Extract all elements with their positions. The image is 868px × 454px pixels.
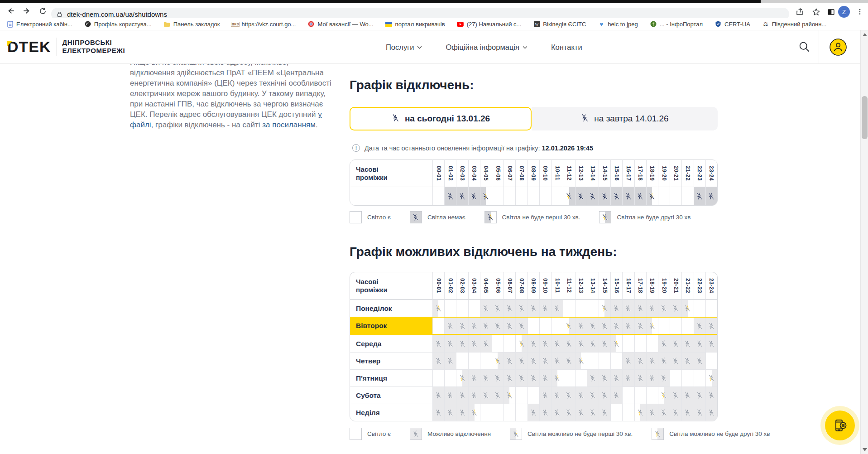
main-nav: ПослугиОфіційна інформаціяКонтакти — [386, 30, 582, 64]
power-off-icon — [648, 357, 656, 365]
bookmark-item[interactable]: ... - ІнфоПортал — [650, 20, 703, 28]
power-off-icon — [696, 391, 704, 399]
schedule-cell — [634, 387, 646, 404]
dtek-logo[interactable]: DTEK ДНІПРОВСЬКІ ЕЛЕКТРОМЕРЕЖІ — [7, 38, 125, 56]
nav-item-послуги[interactable]: Послуги — [386, 43, 422, 52]
power-off-icon — [660, 409, 668, 416]
hour-header-cell: 17-18 — [634, 272, 646, 299]
power-off-icon — [518, 322, 526, 330]
bookmark-item[interactable]: Мої вакансії — Wo... — [307, 20, 373, 28]
schedule-cell — [670, 335, 681, 352]
schedule-cell — [575, 300, 587, 317]
side-panel-icon[interactable] — [825, 6, 837, 18]
power-off-icon — [696, 322, 704, 330]
page-scrollbar[interactable] — [860, 30, 868, 454]
bookmark-item[interactable]: Панель закладок — [163, 20, 220, 28]
browser-toolbar: dtek-dnem.com.ua/ua/shutdowns Z — [0, 3, 868, 18]
schedule-cell — [694, 404, 705, 421]
bookmarks-bar: Електронний кабін...Профіль користува...… — [0, 18, 868, 30]
bookmark-item[interactable]: Електронний кабін... — [6, 20, 72, 28]
schedule-cell — [694, 335, 705, 352]
schedule-cell — [575, 404, 587, 421]
bookmark-item[interactable]: CERT-UA — [715, 20, 750, 28]
schedule-cell — [528, 353, 539, 369]
browser-avatar[interactable]: Z — [838, 6, 850, 18]
bookmark-item[interactable]: Профіль користува... — [84, 20, 152, 28]
schedule-cell — [610, 300, 622, 317]
power-off-icon — [696, 409, 704, 416]
schedule-cell — [610, 404, 622, 421]
time-intervals-label: Часовіпроміжки — [350, 160, 432, 187]
menu-dots-icon[interactable] — [854, 6, 866, 18]
hour-header-cell: 04-05 — [480, 160, 492, 187]
bookmark-item[interactable]: WВікіпедія ЄСІТС — [533, 20, 586, 28]
wikipedia-icon: W — [533, 20, 540, 28]
text-link[interactable]: за посиланням — [262, 121, 316, 129]
chat-fab-button[interactable] — [825, 411, 855, 440]
schedule-cell — [456, 187, 468, 205]
hour-header-cell: 13-14 — [587, 160, 599, 187]
schedule-cell — [681, 300, 693, 317]
off-second-30-icon — [459, 374, 466, 382]
power-off-icon — [565, 391, 573, 399]
schedule-cell — [599, 404, 610, 421]
schedule-cell — [599, 318, 610, 334]
hour-header-cell: 21-22 — [681, 272, 693, 299]
schedule-cell — [468, 404, 480, 421]
hour-header-cell: 03-04 — [468, 272, 480, 299]
day-label: Субота — [350, 387, 432, 404]
scrollbar-thumb[interactable] — [862, 96, 868, 139]
schedule-cell — [694, 187, 705, 205]
share-icon[interactable] — [794, 6, 806, 18]
bookmark-item[interactable]: ⚖Південний районн... — [762, 20, 826, 28]
hour-header-cell: 00-01 — [432, 272, 444, 299]
hour-header-cell: 23-24 — [705, 272, 717, 299]
schedule-cell — [610, 318, 622, 334]
schedule-cell — [480, 404, 492, 421]
power-off-icon — [459, 391, 466, 399]
legend-swatch — [410, 211, 422, 223]
user-avatar-icon[interactable] — [830, 39, 847, 56]
lock-icon — [57, 11, 62, 17]
schedule-cell — [539, 404, 551, 421]
schedule-cell — [599, 370, 610, 386]
day-row-Субота: Субота — [350, 386, 717, 404]
schedule-cell — [563, 404, 575, 421]
day-row-Четвер: Четвер — [350, 352, 717, 369]
day-row-Неділя: Неділя — [350, 404, 717, 421]
off-second-30-icon — [565, 192, 573, 200]
search-icon[interactable] — [798, 40, 811, 54]
hour-header-cell: 02-03 — [456, 160, 468, 187]
tab-tomorrow[interactable]: на завтра 14.01.26 — [532, 107, 718, 130]
hour-header-cell: 07-08 — [515, 272, 527, 299]
schedule-cell — [480, 187, 492, 205]
schedule-cell — [492, 300, 504, 317]
hour-header-cell: 18-19 — [646, 272, 658, 299]
off-second-30-icon — [601, 213, 609, 221]
scroll-down-icon[interactable] — [863, 448, 867, 451]
scroll-up-icon[interactable] — [863, 33, 867, 36]
schedule-cell — [681, 404, 693, 421]
power-off-icon — [446, 340, 454, 348]
power-off-icon — [589, 192, 597, 200]
schedule-cell — [670, 353, 681, 369]
bookmark-item[interactable]: ♥heic to jpeg — [598, 20, 638, 28]
forward-icon[interactable] — [20, 5, 33, 17]
power-off-icon — [580, 113, 590, 125]
off-first-30-icon — [470, 409, 478, 416]
tab-today[interactable]: на сьогодні 13.01.26 — [350, 107, 532, 130]
bookmark-item[interactable]: портал викривачів — [385, 20, 445, 28]
reload-icon[interactable] — [36, 5, 49, 17]
nav-item-офіційна-інформація[interactable]: Офіційна інформація — [446, 43, 528, 52]
bookmark-item[interactable]: (27) Навчальний с... — [457, 20, 522, 28]
nav-item-контакти[interactable]: Контакти — [551, 43, 582, 52]
off-first-30-icon — [648, 322, 656, 330]
back-icon[interactable] — [5, 5, 17, 17]
bookmark-star-icon[interactable] — [810, 6, 822, 18]
ua-flag-icon — [385, 20, 393, 28]
bookmark-item[interactable]: ВКЗhttps://vkz.court.go... — [232, 20, 296, 28]
schedule-cell — [551, 187, 563, 205]
schedule-cell — [622, 387, 634, 404]
url-text: dtek-dnem.com.ua/ua/shutdowns — [67, 10, 167, 18]
schedule-cell — [670, 387, 681, 404]
